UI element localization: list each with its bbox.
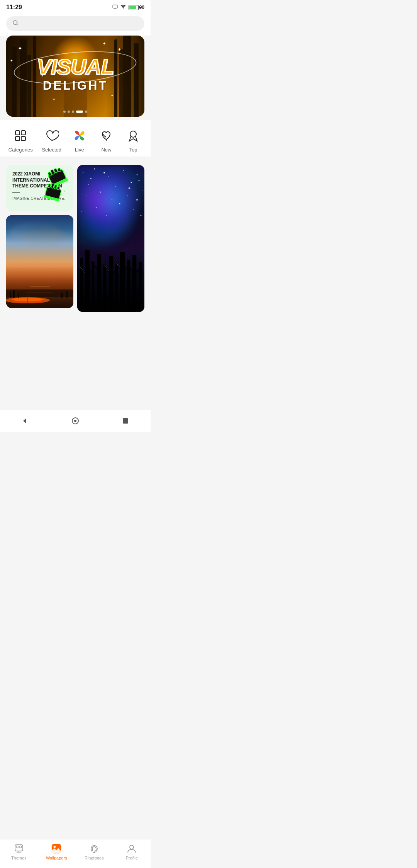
svg-rect-92 <box>123 418 128 424</box>
svg-rect-65 <box>132 255 136 312</box>
ribbon-icon <box>124 127 142 145</box>
hero-dot-5 <box>85 111 87 113</box>
svg-point-49 <box>133 209 134 210</box>
svg-point-3 <box>123 8 124 9</box>
svg-point-10 <box>78 135 80 137</box>
content-grid: 2022 XIAOMI INTERNATIONALTHEME COMPETITI… <box>0 160 151 317</box>
svg-rect-61 <box>109 256 113 312</box>
status-time: 11:29 <box>6 4 22 11</box>
hero-dot-1 <box>63 111 66 113</box>
galaxy-card[interactable] <box>77 165 144 312</box>
svg-point-42 <box>112 199 112 200</box>
home-button[interactable] <box>71 417 79 425</box>
wifi-icon <box>120 4 126 11</box>
svg-point-50 <box>141 215 142 216</box>
recents-button[interactable] <box>122 417 129 425</box>
status-bar: 11:29 90 <box>0 0 151 13</box>
svg-point-36 <box>88 184 89 185</box>
svg-point-27 <box>64 191 65 192</box>
nav-label-selected: Selected <box>42 147 61 153</box>
hero-text-container: VISUAL DELIGHT <box>6 56 144 93</box>
svg-rect-56 <box>80 258 83 312</box>
grid-icon <box>12 127 29 145</box>
svg-rect-6 <box>15 131 20 135</box>
nav-label-top: Top <box>129 147 137 153</box>
svg-rect-59 <box>97 254 101 312</box>
quick-nav: Categories Selected Live <box>0 120 151 157</box>
svg-point-46 <box>119 203 120 204</box>
svg-rect-60 <box>103 266 107 312</box>
svg-point-4 <box>13 20 17 25</box>
svg-point-32 <box>94 168 95 170</box>
gloves-decoration <box>43 168 70 204</box>
col-left: 2022 XIAOMI INTERNATIONALTHEME COMPETITI… <box>6 165 73 312</box>
battery-indicator: 90 <box>129 5 144 10</box>
svg-point-44 <box>139 180 140 181</box>
svg-point-52 <box>129 187 131 189</box>
svg-point-51 <box>90 178 92 179</box>
svg-point-39 <box>142 190 143 191</box>
heart-icon <box>43 127 61 145</box>
svg-point-53 <box>103 172 105 174</box>
search-bar <box>0 13 151 36</box>
svg-point-35 <box>137 174 138 175</box>
svg-marker-89 <box>23 418 26 424</box>
svg-point-12 <box>130 131 136 137</box>
sunset-card[interactable] <box>6 215 73 308</box>
nav-label-new: New <box>101 147 111 153</box>
svg-point-25 <box>47 187 49 188</box>
back-button[interactable] <box>21 417 29 425</box>
hero-dots <box>63 111 87 113</box>
svg-rect-58 <box>92 262 95 312</box>
leaf-icon <box>97 127 115 145</box>
svg-point-38 <box>131 182 132 183</box>
nav-item-categories[interactable]: Categories <box>8 127 33 153</box>
tree-silhouettes <box>77 250 144 312</box>
svg-point-41 <box>100 192 101 193</box>
search-input-wrap[interactable] <box>6 16 144 31</box>
svg-point-33 <box>108 176 108 177</box>
svg-rect-7 <box>21 131 25 135</box>
notification-icon <box>112 4 118 11</box>
svg-point-91 <box>74 420 76 422</box>
svg-point-37 <box>115 186 116 187</box>
svg-rect-9 <box>21 136 25 141</box>
hero-dot-2 <box>68 111 70 113</box>
col-right <box>77 165 144 312</box>
hero-banner[interactable]: VISUAL DELIGHT ✦ ✦ ✦ ✦ ✦ ✦ ✦ <box>6 36 144 117</box>
nav-item-top[interactable]: Top <box>124 127 142 153</box>
svg-line-5 <box>17 24 18 25</box>
pinwheel-icon <box>71 127 88 145</box>
svg-rect-63 <box>120 252 125 312</box>
nav-item-live[interactable]: Live <box>71 127 88 153</box>
svg-point-48 <box>106 215 107 216</box>
status-icons: 90 <box>112 4 144 11</box>
svg-point-40 <box>86 196 87 196</box>
svg-point-45 <box>96 207 97 208</box>
svg-point-34 <box>123 170 124 171</box>
svg-point-31 <box>83 172 83 173</box>
svg-point-43 <box>127 196 128 196</box>
svg-point-54 <box>136 199 138 201</box>
nav-item-new[interactable]: New <box>97 127 115 153</box>
hero-dot-3 <box>72 111 74 113</box>
svg-rect-66 <box>139 262 142 312</box>
svg-rect-57 <box>85 250 90 312</box>
svg-point-26 <box>50 185 51 186</box>
system-nav <box>0 410 151 432</box>
search-icon <box>12 20 19 27</box>
nav-label-live: Live <box>75 147 84 153</box>
hero-dot-4 <box>76 111 83 113</box>
nav-item-selected[interactable]: Selected <box>42 127 61 153</box>
battery-percent: 90 <box>139 5 144 10</box>
competition-divider <box>12 192 20 193</box>
nav-label-categories: Categories <box>8 147 33 153</box>
svg-point-47 <box>81 211 81 212</box>
competition-card[interactable]: 2022 XIAOMI INTERNATIONALTHEME COMPETITI… <box>6 165 73 211</box>
svg-rect-8 <box>15 136 20 141</box>
svg-rect-0 <box>113 5 117 8</box>
